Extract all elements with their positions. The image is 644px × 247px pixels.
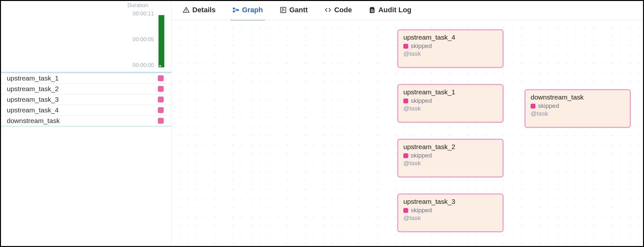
node-status: skipped: [403, 152, 497, 159]
axis-tick: 00:00:00: [133, 62, 154, 69]
axis-tick: 00:00:05: [133, 36, 154, 43]
duration-label: Duration: [1, 2, 171, 9]
graph-node[interactable]: upstream_task_2skipped@task: [397, 139, 504, 177]
node-meta: @task: [531, 110, 625, 117]
tab-details[interactable]: Details: [181, 3, 217, 21]
audit-log-icon: [369, 6, 376, 14]
tab-gantt[interactable]: Gantt: [278, 3, 310, 21]
sidebar: Duration 00:00:11 00:00:05 00:00:00 upst…: [1, 1, 172, 246]
node-status-label: skipped: [538, 102, 559, 109]
node-title: upstream_task_3: [403, 198, 497, 205]
node-status: skipped: [403, 43, 497, 50]
node-status: skipped: [531, 102, 625, 109]
node-status-label: skipped: [411, 207, 432, 214]
node-status: skipped: [403, 207, 497, 214]
tabs: Details Graph Gantt Code Audit Log: [172, 1, 643, 20]
status-dot-icon: [403, 153, 408, 158]
tab-label: Gantt: [289, 6, 308, 14]
node-title: upstream_task_2: [403, 143, 497, 151]
tab-label: Code: [334, 6, 352, 14]
graph-node[interactable]: downstream_taskskipped@task: [524, 89, 631, 128]
node-status: skipped: [403, 97, 497, 104]
task-row[interactable]: upstream_task_4: [1, 105, 171, 116]
status-indicator: [158, 107, 164, 113]
main-panel: Details Graph Gantt Code Audit Log ups: [172, 1, 643, 246]
task-row[interactable]: upstream_task_1: [1, 73, 171, 84]
task-row[interactable]: upstream_task_2: [1, 84, 171, 94]
tab-label: Audit Log: [378, 6, 411, 14]
status-indicator: [158, 75, 164, 81]
svg-point-1: [186, 11, 187, 12]
status-dot-icon: [403, 44, 408, 49]
axis-tick: 00:00:11: [133, 11, 154, 17]
code-icon: [324, 6, 332, 14]
status-dot-icon: [403, 208, 408, 213]
tab-label: Details: [192, 6, 216, 14]
node-meta: @task: [403, 214, 497, 222]
duration-chart: Duration 00:00:11 00:00:05 00:00:00: [1, 1, 171, 72]
status-dot-icon: [531, 104, 535, 109]
status-indicator: [158, 118, 164, 124]
task-list: upstream_task_1upstream_task_2upstream_t…: [1, 72, 171, 127]
svg-rect-4: [237, 9, 239, 11]
node-status-label: skipped: [411, 43, 432, 50]
tab-audit-log[interactable]: Audit Log: [367, 3, 413, 21]
tab-code[interactable]: Code: [322, 3, 354, 21]
graph-canvas[interactable]: upstream_task_4skipped@taskupstream_task…: [172, 20, 643, 246]
status-dot-icon: [403, 99, 408, 103]
task-name: upstream_task_3: [7, 96, 59, 103]
node-title: upstream_task_1: [403, 88, 497, 96]
svg-rect-3: [233, 11, 235, 13]
task-name: upstream_task_1: [7, 74, 59, 82]
graph-node[interactable]: upstream_task_4skipped@task: [397, 29, 504, 68]
node-meta: @task: [403, 50, 497, 57]
graph-icon: [232, 6, 239, 14]
node-title: upstream_task_4: [403, 33, 497, 41]
task-name: upstream_task_2: [7, 85, 59, 93]
svg-line-10: [373, 12, 374, 12]
warning-triangle-icon: [183, 6, 190, 14]
task-row[interactable]: downstream_task: [1, 116, 171, 126]
gantt-icon: [280, 6, 287, 14]
duration-bar[interactable]: [159, 15, 164, 67]
tab-label: Graph: [242, 6, 263, 14]
svg-rect-2: [233, 8, 235, 10]
task-name: upstream_task_4: [7, 106, 59, 114]
task-name: downstream_task: [7, 117, 60, 125]
node-status-label: skipped: [411, 97, 432, 104]
graph-node[interactable]: upstream_task_3skipped@task: [397, 194, 504, 232]
node-meta: @task: [403, 160, 497, 167]
status-indicator: [158, 97, 164, 102]
node-meta: @task: [403, 105, 497, 112]
graph-node[interactable]: upstream_task_1skipped@task: [397, 84, 504, 123]
node-status-label: skipped: [411, 152, 432, 159]
node-title: downstream_task: [531, 93, 625, 101]
task-row[interactable]: upstream_task_3: [1, 94, 171, 105]
status-indicator: [158, 86, 164, 92]
tab-graph[interactable]: Graph: [230, 3, 265, 21]
duration-axis: 00:00:11 00:00:05 00:00:00: [133, 11, 154, 69]
